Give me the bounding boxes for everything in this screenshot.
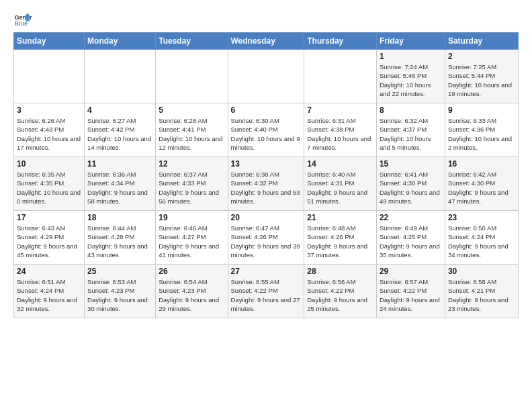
calendar-cell: 22Sunrise: 6:49 AM Sunset: 4:25 PM Dayli… (376, 211, 445, 265)
calendar-cell: 15Sunrise: 6:41 AM Sunset: 4:30 PM Dayli… (376, 157, 445, 211)
day-info: Sunrise: 6:53 AM Sunset: 4:23 PM Dayligh… (87, 277, 152, 313)
day-info: Sunrise: 7:25 AM Sunset: 5:44 PM Dayligh… (448, 62, 515, 98)
day-number: 9 (448, 105, 515, 115)
day-number: 5 (159, 105, 224, 115)
day-number: 15 (380, 159, 442, 169)
header-cell-sunday: Sunday (14, 33, 85, 50)
calendar-cell: 23Sunrise: 6:50 AM Sunset: 4:24 PM Dayli… (445, 211, 518, 265)
calendar-cell: 17Sunrise: 6:43 AM Sunset: 4:29 PM Dayli… (14, 211, 85, 265)
calendar-cell (304, 50, 377, 103)
header-cell-thursday: Thursday (304, 33, 377, 50)
day-number: 2 (448, 52, 515, 61)
calendar-cell: 1Sunrise: 7:24 AM Sunset: 5:46 PM Daylig… (376, 50, 445, 103)
day-info: Sunrise: 6:37 AM Sunset: 4:33 PM Dayligh… (159, 170, 224, 205)
day-info: Sunrise: 6:56 AM Sunset: 4:22 PM Dayligh… (307, 277, 373, 313)
day-number: 3 (17, 105, 81, 115)
day-info: Sunrise: 6:46 AM Sunset: 4:27 PM Dayligh… (159, 224, 224, 259)
day-number: 17 (17, 213, 81, 222)
calendar-week-3: 10Sunrise: 6:35 AM Sunset: 4:35 PM Dayli… (14, 157, 519, 211)
calendar-cell (156, 50, 228, 103)
header-cell-saturday: Saturday (445, 33, 518, 50)
day-info: Sunrise: 6:49 AM Sunset: 4:25 PM Dayligh… (380, 224, 442, 259)
day-number: 22 (380, 213, 442, 222)
day-info: Sunrise: 6:41 AM Sunset: 4:30 PM Dayligh… (380, 170, 442, 205)
day-info: Sunrise: 6:40 AM Sunset: 4:31 PM Dayligh… (307, 170, 373, 205)
day-info: Sunrise: 6:44 AM Sunset: 4:28 PM Dayligh… (87, 224, 152, 259)
day-info: Sunrise: 6:35 AM Sunset: 4:35 PM Dayligh… (17, 170, 81, 205)
calendar-cell: 30Sunrise: 6:58 AM Sunset: 4:21 PM Dayli… (445, 265, 518, 318)
calendar-cell: 21Sunrise: 6:48 AM Sunset: 4:26 PM Dayli… (304, 211, 377, 265)
calendar-cell: 7Sunrise: 6:31 AM Sunset: 4:38 PM Daylig… (304, 103, 377, 157)
day-number: 30 (448, 267, 515, 276)
calendar-cell: 6Sunrise: 6:30 AM Sunset: 4:40 PM Daylig… (228, 103, 304, 157)
day-number: 25 (87, 267, 152, 276)
calendar-cell: 3Sunrise: 6:26 AM Sunset: 4:43 PM Daylig… (14, 103, 85, 157)
calendar-cell: 12Sunrise: 6:37 AM Sunset: 4:33 PM Dayli… (156, 157, 228, 211)
day-info: Sunrise: 7:24 AM Sunset: 5:46 PM Dayligh… (380, 62, 442, 98)
day-info: Sunrise: 6:51 AM Sunset: 4:24 PM Dayligh… (17, 277, 81, 313)
calendar-cell (228, 50, 304, 103)
calendar-week-5: 24Sunrise: 6:51 AM Sunset: 4:24 PM Dayli… (14, 265, 519, 318)
day-number: 24 (17, 267, 81, 276)
calendar-header-row: SundayMondayTuesdayWednesdayThursdayFrid… (14, 33, 519, 50)
day-number: 18 (87, 213, 152, 222)
calendar-cell: 27Sunrise: 6:55 AM Sunset: 4:22 PM Dayli… (228, 265, 304, 318)
day-info: Sunrise: 6:33 AM Sunset: 4:36 PM Dayligh… (448, 116, 515, 152)
calendar-cell: 24Sunrise: 6:51 AM Sunset: 4:24 PM Dayli… (14, 265, 85, 318)
day-info: Sunrise: 6:50 AM Sunset: 4:24 PM Dayligh… (448, 224, 515, 259)
day-number: 11 (87, 159, 152, 169)
day-info: Sunrise: 6:38 AM Sunset: 4:32 PM Dayligh… (231, 170, 302, 205)
day-info: Sunrise: 6:32 AM Sunset: 4:37 PM Dayligh… (380, 116, 442, 152)
calendar-cell: 16Sunrise: 6:42 AM Sunset: 4:30 PM Dayli… (445, 157, 518, 211)
calendar-table: SundayMondayTuesdayWednesdayThursdayFrid… (13, 32, 519, 318)
day-info: Sunrise: 6:43 AM Sunset: 4:29 PM Dayligh… (17, 224, 81, 259)
day-number: 20 (231, 213, 302, 222)
calendar-cell: 26Sunrise: 6:54 AM Sunset: 4:23 PM Dayli… (156, 265, 228, 318)
day-info: Sunrise: 6:30 AM Sunset: 4:40 PM Dayligh… (231, 116, 302, 152)
day-info: Sunrise: 6:36 AM Sunset: 4:34 PM Dayligh… (87, 170, 152, 205)
day-number: 27 (231, 267, 302, 276)
day-number: 13 (231, 159, 302, 169)
calendar-cell: 28Sunrise: 6:56 AM Sunset: 4:22 PM Dayli… (304, 265, 377, 318)
day-info: Sunrise: 6:55 AM Sunset: 4:22 PM Dayligh… (231, 277, 302, 313)
day-info: Sunrise: 6:28 AM Sunset: 4:41 PM Dayligh… (159, 116, 224, 152)
calendar-cell: 4Sunrise: 6:27 AM Sunset: 4:42 PM Daylig… (85, 103, 156, 157)
day-info: Sunrise: 6:58 AM Sunset: 4:21 PM Dayligh… (448, 277, 515, 313)
calendar-week-1: 1Sunrise: 7:24 AM Sunset: 5:46 PM Daylig… (14, 50, 519, 103)
day-number: 10 (17, 159, 81, 169)
day-number: 29 (380, 267, 442, 276)
main-container: General Blue SundayMondayTuesdayWednesda… (0, 0, 532, 325)
day-info: Sunrise: 6:42 AM Sunset: 4:30 PM Dayligh… (448, 170, 515, 205)
day-number: 19 (159, 213, 224, 222)
calendar-cell: 11Sunrise: 6:36 AM Sunset: 4:34 PM Dayli… (85, 157, 156, 211)
header: General Blue (13, 11, 519, 30)
calendar-cell: 19Sunrise: 6:46 AM Sunset: 4:27 PM Dayli… (156, 211, 228, 265)
calendar-cell: 29Sunrise: 6:57 AM Sunset: 4:22 PM Dayli… (376, 265, 445, 318)
calendar-cell: 13Sunrise: 6:38 AM Sunset: 4:32 PM Dayli… (228, 157, 304, 211)
day-info: Sunrise: 6:54 AM Sunset: 4:23 PM Dayligh… (159, 277, 224, 313)
day-number: 26 (159, 267, 224, 276)
day-info: Sunrise: 6:26 AM Sunset: 4:43 PM Dayligh… (17, 116, 81, 152)
header-cell-wednesday: Wednesday (228, 33, 304, 50)
header-cell-monday: Monday (85, 33, 156, 50)
calendar-cell: 18Sunrise: 6:44 AM Sunset: 4:28 PM Dayli… (85, 211, 156, 265)
day-number: 28 (307, 267, 373, 276)
calendar-body: 1Sunrise: 7:24 AM Sunset: 5:46 PM Daylig… (14, 50, 519, 318)
calendar-cell: 2Sunrise: 7:25 AM Sunset: 5:44 PM Daylig… (445, 50, 518, 103)
day-number: 1 (380, 52, 442, 61)
header-cell-tuesday: Tuesday (156, 33, 228, 50)
calendar-week-2: 3Sunrise: 6:26 AM Sunset: 4:43 PM Daylig… (14, 103, 519, 157)
day-number: 14 (307, 159, 373, 169)
day-number: 23 (448, 213, 515, 222)
calendar-cell (85, 50, 156, 103)
calendar-cell: 8Sunrise: 6:32 AM Sunset: 4:37 PM Daylig… (376, 103, 445, 157)
day-number: 16 (448, 159, 515, 169)
day-number: 12 (159, 159, 224, 169)
svg-text:Blue: Blue (14, 20, 28, 27)
day-info: Sunrise: 6:47 AM Sunset: 4:26 PM Dayligh… (231, 224, 302, 259)
header-cell-friday: Friday (376, 33, 445, 50)
day-info: Sunrise: 6:27 AM Sunset: 4:42 PM Dayligh… (87, 116, 152, 152)
logo: General Blue (13, 11, 32, 30)
calendar-cell: 5Sunrise: 6:28 AM Sunset: 4:41 PM Daylig… (156, 103, 228, 157)
day-number: 7 (307, 105, 373, 115)
